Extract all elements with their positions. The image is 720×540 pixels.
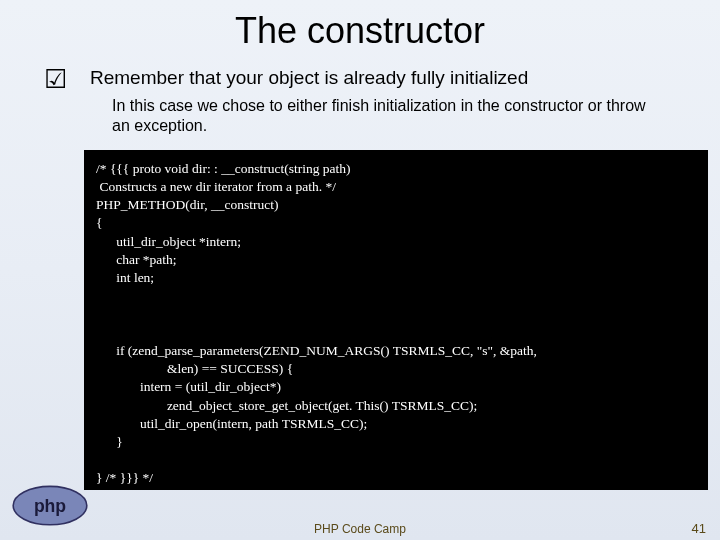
check-icon: ☑: [20, 66, 90, 92]
svg-text:php: php: [34, 496, 66, 516]
footer-center: PHP Code Camp: [314, 522, 406, 536]
page-number: 41: [692, 521, 706, 536]
bullet-main: Remember that your object is already ful…: [90, 66, 700, 90]
bullet-row: ☑ Remember that your object is already f…: [0, 58, 720, 136]
code-block: /* {{{ proto void dir: : __construct(str…: [84, 150, 708, 490]
bullet-sub: In this case we chose to either finish i…: [90, 96, 700, 136]
php-logo-icon: php: [10, 484, 90, 528]
bullet-text: Remember that your object is already ful…: [90, 66, 700, 136]
slide-title: The constructor: [0, 0, 720, 58]
